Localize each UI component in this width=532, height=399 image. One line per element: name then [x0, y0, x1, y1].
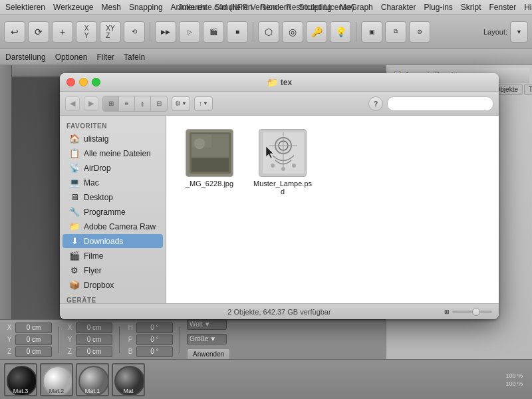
file-name-muster-lampe: Muster_Lampe.psd — [253, 180, 313, 196]
view-icon-button[interactable]: ⊞ — [103, 96, 119, 111]
coord-row-p: P — [126, 334, 173, 345]
coord-group-xyz1: X Y Z — [5, 323, 52, 357]
menu-werkzeuge[interactable]: Werkzeuge — [53, 3, 93, 12]
file-item-muster-lampe[interactable]: Muster_Lampe.psd — [253, 129, 313, 196]
forward-button[interactable]: ▶ — [84, 96, 98, 111]
menu-bar: Juleuchte.c4d (NFR Version – Restricted … — [0, 0, 532, 15]
menu-skript[interactable]: Skript — [461, 3, 481, 12]
coord-panel: X Y Z X Y Z — [0, 319, 386, 359]
toolbar-btn-10[interactable]: 🔑 — [306, 21, 327, 43]
sidebar-item-programme[interactable]: 🔧 Programme — [63, 205, 163, 219]
coord-input-p[interactable] — [136, 334, 173, 345]
help-button[interactable]: ? — [368, 96, 383, 111]
welt-label: Welt — [190, 321, 203, 328]
material-swatch-mat3[interactable]: Mat.3 — [4, 363, 37, 396]
coord-row-h: H — [126, 323, 173, 333]
sidebar-item-adobe-camera-raw[interactable]: 📁 Adobe Camera Raw — [63, 219, 163, 233]
psd-thumbnail — [259, 129, 306, 177]
programme-icon: 🔧 — [69, 207, 80, 217]
coord-input-y1[interactable] — [15, 334, 52, 345]
coord-label-z: Z — [5, 348, 13, 355]
sidebar-item-mac[interactable]: 💻 Mac — [63, 176, 163, 190]
view-column-button[interactable]: ⫿ — [135, 96, 151, 111]
toolbar2-filter[interactable]: Filter — [96, 53, 114, 62]
sidebar-item-flyer[interactable]: ⚙ Flyer — [63, 263, 163, 277]
toolbar-btn-scale[interactable]: XYZ — [100, 21, 121, 43]
share-button[interactable]: ↑ ▼ — [194, 96, 213, 111]
layout-label: Layout: — [483, 28, 507, 36]
finder-sidebar: FAVORITEN 🏠 ulistaig 📋 Alle meine Dateie… — [60, 116, 166, 303]
sidebar-item-desktop[interactable]: 🖥 Desktop — [63, 190, 163, 204]
material-swatch-mat2[interactable]: Mat.2 — [40, 363, 73, 396]
toolbar-btn-7[interactable]: ■ — [227, 21, 248, 43]
welt-dropdown[interactable]: Welt ▼ — [187, 319, 227, 330]
finder-toolbar: ◀ ▶ ⊞ ≡ ⫿ ⊟ ⚙ ▼ ↑ ▼ ? 🔍 — [60, 92, 499, 116]
toolbar-btn-6[interactable]: 🎬 — [203, 21, 224, 43]
menu-charakter[interactable]: Charakter — [381, 3, 416, 12]
toolbar-btn-1[interactable]: ↩ — [4, 21, 25, 43]
sidebar-item-ulistaig[interactable]: 🏠 ulistaig — [63, 132, 163, 146]
tab-tag[interactable]: Tag — [524, 84, 532, 95]
search-input[interactable] — [387, 96, 493, 111]
finder-status-text: 2 Objekte, 642.37 GB verfügbar — [227, 308, 331, 316]
slider-track[interactable] — [452, 311, 492, 313]
sidebar-item-downloads[interactable]: ⬇ Downloads — [63, 234, 163, 248]
coord-label-h: H — [126, 324, 134, 331]
toolbar-btn-11[interactable]: 💡 — [330, 21, 351, 43]
sidebar-item-filme[interactable]: 🎬 Filme — [63, 249, 163, 263]
coord-input-h[interactable] — [136, 323, 173, 333]
toolbar-btn-13[interactable]: ⧉ — [385, 21, 406, 43]
toolbar-btn-3[interactable]: + — [52, 21, 73, 43]
menu-snapping[interactable]: Snapping — [129, 3, 163, 12]
toolbar-btn-render[interactable]: ⚙ — [409, 21, 430, 43]
toolbar-btn-8[interactable]: ⬡ — [258, 21, 279, 43]
traffic-light-minimize[interactable] — [79, 78, 88, 86]
coord-input-x1[interactable] — [15, 323, 52, 333]
menu-mesh[interactable]: Mesh — [102, 3, 121, 12]
traffic-light-maximize[interactable] — [92, 78, 100, 86]
menu-hilfe[interactable]: Hilfe — [524, 3, 532, 12]
view-list-button[interactable]: ≡ — [119, 96, 135, 111]
file-item-mg6228[interactable]: _MG_6228.jpg — [180, 129, 239, 196]
sidebar-item-airdrop[interactable]: 📡 AirDrop — [63, 161, 163, 175]
toolbar-btn-move[interactable]: XY — [76, 21, 97, 43]
traffic-light-close[interactable] — [66, 78, 75, 86]
sidebar-item-dropbox[interactable]: 📦 Dropbox — [63, 278, 163, 292]
toolbar-btn-9[interactable]: ◎ — [282, 21, 303, 43]
toolbar-btn-12[interactable]: ▣ — [361, 21, 382, 43]
menu-selektieren[interactable]: Selektieren — [5, 3, 45, 12]
finder-statusbar: 2 Objekte, 642.37 GB verfügbar ⊞ — [60, 303, 499, 319]
coord-row-x2: X — [66, 323, 112, 333]
coord-input-z2[interactable] — [76, 346, 112, 357]
coord-input-z1[interactable] — [15, 346, 52, 357]
size-slider[interactable]: ⊞ — [444, 309, 492, 315]
toolbar-btn-4[interactable]: ▶▶ — [155, 21, 176, 43]
toolbar-btn-5[interactable]: ▷ — [179, 21, 200, 43]
coord-row-x: X — [5, 323, 52, 333]
toolbar2-darstellung[interactable]: Darstellung — [5, 53, 46, 62]
toolbar2-tafeln[interactable]: Tafeln — [124, 53, 145, 62]
action-button[interactable]: ⚙ ▼ — [172, 96, 190, 111]
menu-plugins[interactable]: Plug-ins — [424, 3, 452, 12]
view-cover-button[interactable]: ⊟ — [151, 96, 167, 111]
menu-fenster[interactable]: Fenster — [489, 3, 517, 12]
material-swatch-mat[interactable]: Mat — [112, 363, 145, 396]
anwenden-button[interactable]: Anwenden — [187, 348, 230, 360]
sidebar-item-all-files[interactable]: 📋 Alle meine Dateien — [63, 146, 163, 160]
groesse-dropdown[interactable]: Größe ▼ — [187, 334, 227, 344]
toolbar-btn-rotate[interactable]: ⟲ — [124, 21, 145, 43]
coord-group-hpb: H P B — [126, 323, 173, 357]
coord-input-x2[interactable] — [76, 323, 112, 333]
layout-dropdown[interactable]: ▼ — [510, 21, 528, 43]
sidebar-label-programme: Programme — [84, 207, 126, 217]
slider-small-icon: ⊞ — [444, 309, 450, 315]
toolbar2-optionen[interactable]: Optionen — [55, 53, 88, 62]
slider-thumb[interactable] — [472, 308, 480, 316]
back-button[interactable]: ◀ — [65, 96, 80, 111]
divider-2 — [253, 22, 253, 42]
coord-input-y2[interactable] — [76, 334, 112, 345]
material-swatch-mat1[interactable]: Mat.1 — [76, 363, 109, 396]
view-mode-buttons: ⊞ ≡ ⫿ ⊟ — [102, 96, 168, 112]
coord-input-b[interactable] — [136, 346, 173, 357]
toolbar-btn-2[interactable]: ⟳ — [28, 21, 49, 43]
